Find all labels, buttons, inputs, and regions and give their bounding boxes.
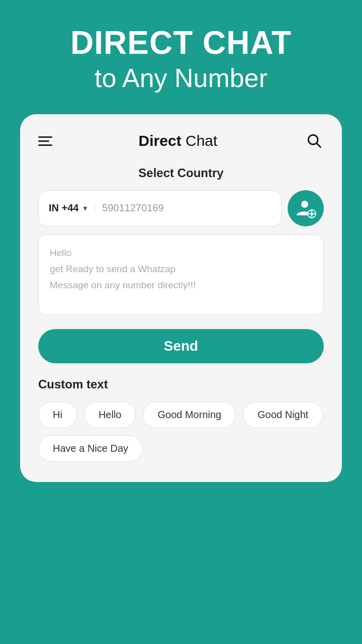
add-contact-button[interactable] [288, 190, 324, 226]
chip-hi[interactable]: Hi [38, 401, 77, 428]
svg-point-2 [301, 201, 308, 208]
message-input-box[interactable]: Hello get Ready to send a Whatzap Messag… [38, 234, 324, 315]
hero-title-line1: DIRECT CHAT [20, 25, 342, 60]
search-button[interactable] [304, 130, 324, 152]
select-country-label: Select Country [38, 166, 324, 180]
add-contact-icon [295, 197, 317, 219]
phone-number-input[interactable] [95, 202, 271, 214]
main-card: Direct Chat Select Country IN +44 ▼ [20, 114, 342, 482]
message-text: Hello get Ready to send a Whatzap Messag… [50, 245, 312, 294]
card-header: Direct Chat [38, 130, 324, 152]
app-title: Direct Chat [139, 132, 218, 149]
hero-header: DIRECT CHAT to Any Number [0, 0, 362, 109]
chip-hello[interactable]: Hello [84, 401, 136, 428]
search-icon [306, 132, 322, 148]
country-code-selector[interactable]: IN +44 ▼ [49, 202, 95, 214]
phone-input-box[interactable]: IN +44 ▼ [38, 190, 282, 226]
send-button[interactable]: Send [38, 329, 324, 363]
custom-text-label: Custom text [38, 377, 324, 391]
phone-input-row: IN +44 ▼ [38, 190, 324, 226]
chip-good-morning[interactable]: Good Morning [143, 401, 236, 428]
chip-have-a-nice-day[interactable]: Have a Nice Day [38, 435, 143, 462]
hamburger-menu-icon[interactable] [38, 136, 52, 146]
custom-text-chips: Hi Hello Good Morning Good Night Have a … [38, 401, 324, 462]
svg-line-1 [317, 143, 320, 147]
chip-good-night[interactable]: Good Night [243, 401, 323, 428]
dropdown-arrow-icon: ▼ [81, 204, 88, 212]
hero-title-line2: to Any Number [20, 62, 342, 94]
